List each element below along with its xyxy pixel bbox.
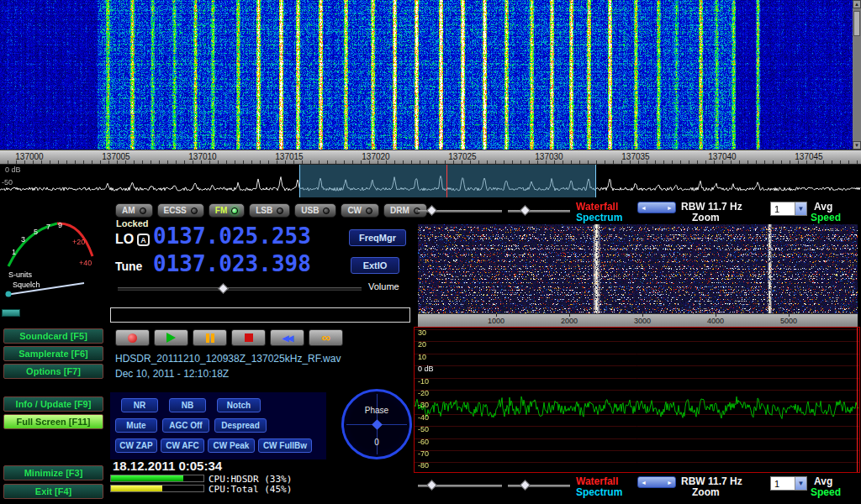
main-waterfall-canvas[interactable]: [0, 0, 853, 150]
mute-button[interactable]: Mute: [115, 418, 157, 433]
squelch-slider[interactable]: [2, 309, 20, 317]
zoom-spectrum-canvas[interactable]: [415, 328, 859, 472]
speed-select[interactable]: 1▼: [770, 202, 807, 216]
waterfall-scrollbar[interactable]: ▲ ▼: [853, 0, 861, 150]
pause-button[interactable]: [193, 329, 227, 346]
db-scale-label: 10: [418, 353, 426, 361]
cpu-total-bar: [110, 485, 204, 492]
locked-label: Locked: [116, 218, 149, 228]
ruler-tick: 137020: [362, 152, 389, 161]
mode-ecss[interactable]: ECSS: [157, 203, 204, 218]
mode-usb[interactable]: USB: [294, 203, 336, 218]
db-scale-label: -10: [418, 377, 429, 386]
phase-scope[interactable]: Phase 0: [341, 389, 412, 459]
cw-peak-button[interactable]: CW Peak: [208, 438, 255, 453]
db-scale-label: -20: [418, 389, 429, 397]
arrow-right-icon[interactable]: ►: [667, 480, 673, 486]
contrast-slider[interactable]: [508, 210, 570, 213]
despread-button[interactable]: Despread: [214, 418, 267, 433]
spectrum-tab[interactable]: Spectrum: [576, 486, 622, 498]
fullscreen-button[interactable]: Full Screen [F11]: [3, 414, 103, 429]
stop-button[interactable]: [231, 329, 266, 346]
tune-frequency-value[interactable]: 0137.023.398: [153, 251, 311, 276]
extio-button[interactable]: ExtIO: [351, 257, 399, 274]
phase-label: Phase: [344, 406, 409, 415]
brightness-slider[interactable]: [418, 485, 502, 487]
contrast-slider[interactable]: [508, 485, 570, 487]
spectrum-tab[interactable]: Spectrum: [576, 212, 622, 223]
info-update-button[interactable]: Info / Update [F9]: [3, 396, 103, 412]
zoom-frequency-scale[interactable]: 10002000300040005000: [418, 313, 858, 327]
rbw-label: RBW 11.7 Hz: [681, 475, 742, 487]
soundcard-button[interactable]: Soundcard [F5]: [3, 328, 103, 344]
cw-zap-button[interactable]: CW ZAP: [115, 438, 157, 453]
chevron-down-icon[interactable]: ▼: [795, 477, 806, 490]
arrow-left-icon[interactable]: ◄: [641, 480, 647, 486]
zoom-scale-tick: 5000: [780, 317, 797, 325]
main-spectrum[interactable]: 0 dB -50: [0, 165, 861, 197]
nb-button[interactable]: NB: [169, 398, 206, 412]
lo-lock-badge[interactable]: A: [137, 234, 150, 246]
db-scale-label: -70: [418, 449, 429, 458]
slider-handle[interactable]: [520, 205, 531, 216]
loop-button[interactable]: ∞: [309, 329, 343, 346]
smeter-tick-9: 9: [58, 221, 62, 229]
s-meter: 1 3 5 7 9 +20 +40 S-units Squelch: [2, 201, 106, 305]
freqmgr-button[interactable]: FreqMgr: [349, 229, 406, 246]
playback-progress-bar[interactable]: [110, 307, 410, 323]
zoom-slider[interactable]: ◄►: [637, 476, 676, 488]
mode-lsb[interactable]: LSB: [249, 203, 290, 218]
spectrum-edge-marker: [857, 328, 858, 472]
pause-icon: [206, 333, 214, 343]
lo-frequency-value[interactable]: 0137.025.253: [153, 223, 311, 249]
agc-off-button[interactable]: AGC Off: [162, 418, 209, 433]
db-scale-label: -60: [418, 438, 429, 446]
play-button[interactable]: [154, 329, 188, 346]
main-waterfall[interactable]: ▲ ▼: [0, 0, 861, 150]
zoom-scale-tick: 3000: [634, 317, 651, 325]
db-scale-label: -50: [418, 425, 429, 433]
rewind-button[interactable]: ◀◀: [270, 329, 304, 346]
cw-fullbw-button[interactable]: CW FullBw: [258, 438, 312, 453]
mode-led-icon: [140, 207, 146, 214]
minimize-button[interactable]: Minimize [F3]: [3, 465, 103, 480]
arrow-right-icon[interactable]: ►: [667, 205, 673, 211]
volume-slider[interactable]: [118, 287, 362, 291]
ruler-tick: 137025: [448, 152, 476, 161]
frequency-ruler[interactable]: 1370001370051370101370151370201370251370…: [0, 150, 861, 165]
waterfall-tab[interactable]: Waterfall: [576, 201, 618, 213]
mode-am[interactable]: AM: [115, 203, 153, 218]
cpu-total-fill: [111, 486, 162, 491]
rbw-label: RBW 11.7 Hz: [681, 201, 742, 213]
speed-select[interactable]: 1▼: [770, 476, 807, 491]
volume-slider-handle[interactable]: [218, 283, 229, 294]
exit-button[interactable]: Exit [F4]: [3, 484, 103, 499]
mode-cw[interactable]: CW: [341, 203, 379, 218]
arrow-left-icon[interactable]: ◄: [641, 205, 647, 211]
zoom-spectrum[interactable]: 3020100 dB-10-20-30-40-50-60-70-80: [414, 327, 860, 473]
brightness-slider[interactable]: [418, 210, 502, 213]
db-scale-label: 20: [418, 340, 426, 349]
options-button[interactable]: Options [F7]: [3, 364, 103, 379]
notch-button[interactable]: Notch: [217, 398, 261, 412]
waterfall-tab[interactable]: Waterfall: [576, 475, 618, 487]
volume-label: Volume: [368, 281, 399, 291]
slider-handle[interactable]: [426, 205, 437, 216]
speed-label: Speed: [811, 212, 841, 223]
scrollbar-thumb[interactable]: [853, 11, 860, 36]
zoom-slider[interactable]: ◄►: [637, 202, 676, 213]
zoom-region-highlight[interactable]: [299, 165, 596, 197]
samplerate-button[interactable]: Samplerate [F6]: [3, 346, 103, 361]
date-time-display: 18.12.2011 0:05:34: [113, 459, 222, 473]
cw-afc-button[interactable]: CW AFC: [161, 438, 204, 453]
scroll-down-icon[interactable]: ▼: [853, 141, 861, 150]
scroll-up-icon[interactable]: ▲: [853, 0, 861, 8]
slider-handle[interactable]: [426, 480, 437, 491]
nr-button[interactable]: NR: [121, 398, 158, 412]
tune-marker-line: [446, 165, 447, 197]
zoom-waterfall-canvas[interactable]: [418, 224, 858, 313]
slider-handle[interactable]: [520, 480, 531, 491]
mode-fm[interactable]: FM: [209, 203, 245, 218]
chevron-down-icon[interactable]: ▼: [795, 202, 806, 215]
record-button[interactable]: [115, 329, 150, 346]
